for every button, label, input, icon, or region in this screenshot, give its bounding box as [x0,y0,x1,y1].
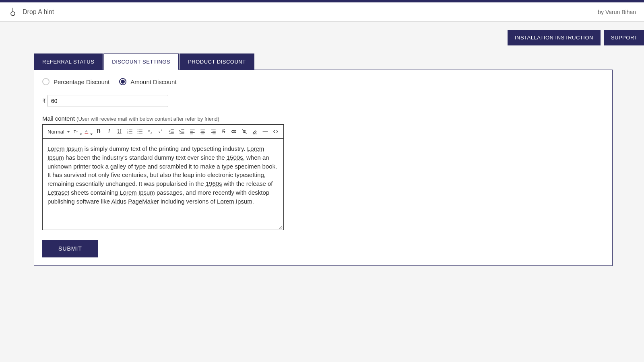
align-right-button[interactable] [209,127,218,136]
radio-percentage-discount[interactable]: Percentage Discount [42,78,109,85]
format-dropdown-label: Normal [47,129,64,135]
radio-circle-icon [119,78,126,85]
code-view-button[interactable] [271,127,280,136]
svg-point-12 [138,130,138,130]
svg-line-42 [242,130,247,134]
svg-point-14 [138,131,138,132]
resize-handle-icon[interactable] [278,224,283,229]
link-button[interactable] [229,127,238,136]
radio-amount-label: Amount Discount [130,78,176,85]
unordered-list-button[interactable] [136,127,144,136]
discount-amount-input[interactable] [47,95,168,107]
bold-button[interactable]: B [94,127,103,136]
chevron-down-icon [67,131,70,133]
superscript-button[interactable]: x2 [157,127,165,136]
ordered-list-button[interactable]: 123 [126,127,134,136]
submit-button[interactable]: SUBMIT [42,240,98,257]
mail-content-label-text: Mail content [42,115,75,122]
underline-button[interactable]: U [115,127,124,136]
subscript-button[interactable]: x2 [146,127,155,136]
install-instruction-button[interactable]: INSTALLATION INSTRUCTION [508,30,601,45]
svg-text:x: x [148,129,150,133]
support-button[interactable]: SUPPORT [604,30,644,45]
app-author: by Varun Bihan [598,9,636,15]
horizontal-rule-button[interactable] [261,127,270,136]
align-left-button[interactable] [188,127,197,136]
radio-amount-discount[interactable]: Amount Discount [119,78,176,85]
outdent-button[interactable] [167,127,176,136]
app-title: Drop A hint [23,8,54,16]
radio-circle-icon [42,78,50,85]
richtext-editor: Normal TT A B I U 123 [42,124,284,230]
align-center-button[interactable] [198,127,207,136]
tab-product-discount[interactable]: PRODUCT DISCOUNT [180,53,254,70]
editor-content-text: Lorem Ipsum is simply dummy text of the … [47,145,277,205]
mail-content-sublabel: (User will receive mail with below conte… [76,116,219,122]
top-action-buttons: INSTALLATION INSTRUCTION SUPPORT [2,30,644,53]
chevron-down-icon [90,134,93,135]
chevron-down-icon [80,134,82,135]
unlink-button[interactable] [240,127,249,136]
svg-text:2: 2 [161,129,162,132]
font-color-dropdown[interactable]: A [84,127,93,136]
svg-text:T: T [76,131,78,133]
font-size-dropdown[interactable]: TT [73,127,82,136]
svg-rect-5 [85,133,88,134]
svg-point-0 [11,12,15,16]
amount-row: ₹ [42,95,604,107]
italic-button[interactable]: I [105,127,114,136]
format-dropdown[interactable]: Normal [46,128,72,136]
svg-point-16 [138,133,138,134]
editor-textarea[interactable]: Lorem Ipsum is simply dummy text of the … [43,139,283,230]
svg-text:2: 2 [151,132,152,134]
app-logo-icon [8,7,18,17]
radio-percentage-label: Percentage Discount [54,78,109,85]
settings-tabs: REFERRAL STATUS DISCOUNT SETTINGS PRODUC… [34,53,644,70]
app-header: Drop A hint by Varun Bihan [0,2,644,22]
indent-button[interactable] [178,127,186,136]
currency-symbol: ₹ [42,98,46,104]
tab-referral-status[interactable]: REFERRAL STATUS [34,53,103,70]
svg-text:T: T [74,130,76,134]
tab-discount-settings[interactable]: DISCOUNT SETTINGS [103,53,179,70]
svg-text:x: x [159,130,160,134]
strikethrough-button[interactable]: S [219,127,228,136]
mail-content-label: Mail content (User will receive mail wit… [42,115,604,122]
clear-format-button[interactable] [250,127,259,136]
discount-type-radios: Percentage Discount Amount Discount [42,78,604,85]
svg-text:A: A [85,129,88,133]
discount-settings-panel: Percentage Discount Amount Discount ₹ Ma… [34,70,613,266]
svg-text:3: 3 [127,132,128,134]
editor-toolbar: Normal TT A B I U 123 [43,125,283,139]
